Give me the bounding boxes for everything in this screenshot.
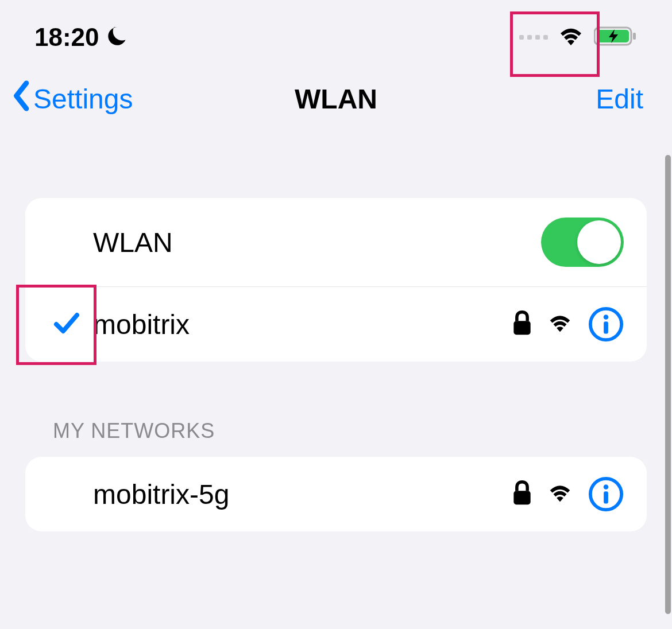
network-name: mobitrix-5g	[93, 479, 512, 510]
network-info-button[interactable]	[588, 306, 624, 342]
wifi-icon	[557, 26, 585, 49]
status-bar: 18:20	[0, 0, 672, 69]
lock-icon	[512, 480, 532, 508]
status-bar-left: 18:20	[34, 23, 129, 52]
connected-network-name: mobitrix	[93, 309, 512, 340]
wifi-signal-icon	[547, 313, 573, 336]
cellular-signal-dots-icon	[519, 35, 548, 40]
connected-network-row[interactable]: mobitrix	[25, 287, 647, 362]
svg-rect-6	[604, 321, 608, 333]
my-networks-card: mobitrix-5g	[25, 457, 647, 531]
svg-rect-3	[513, 321, 530, 335]
wlan-toggle-label: WLAN	[93, 227, 541, 258]
page-title: WLAN	[295, 83, 377, 115]
wlan-main-card: WLAN mobitrix	[25, 198, 647, 362]
scrollbar[interactable]	[665, 155, 671, 614]
svg-point-9	[604, 484, 609, 490]
svg-rect-10	[604, 491, 608, 503]
do-not-disturb-icon	[106, 25, 129, 50]
back-label: Settings	[33, 83, 133, 115]
svg-rect-7	[513, 491, 530, 504]
navigation-bar: Settings WLAN Edit	[0, 69, 672, 135]
status-bar-right	[519, 26, 638, 49]
battery-charging-icon	[594, 26, 638, 49]
wlan-toggle[interactable]	[541, 218, 624, 267]
wlan-toggle-row: WLAN	[25, 198, 647, 287]
wifi-signal-icon	[547, 483, 573, 506]
svg-rect-2	[633, 33, 636, 40]
lock-icon	[512, 310, 532, 338]
chevron-left-icon	[11, 80, 32, 118]
back-button[interactable]: Settings	[11, 80, 133, 118]
checkmark-icon	[53, 309, 80, 339]
network-row[interactable]: mobitrix-5g	[25, 457, 647, 531]
svg-point-5	[604, 314, 609, 320]
my-networks-header: MY NETWORKS	[0, 362, 672, 457]
edit-button[interactable]: Edit	[596, 83, 655, 115]
status-time: 18:20	[34, 23, 99, 52]
network-info-button[interactable]	[588, 476, 624, 512]
